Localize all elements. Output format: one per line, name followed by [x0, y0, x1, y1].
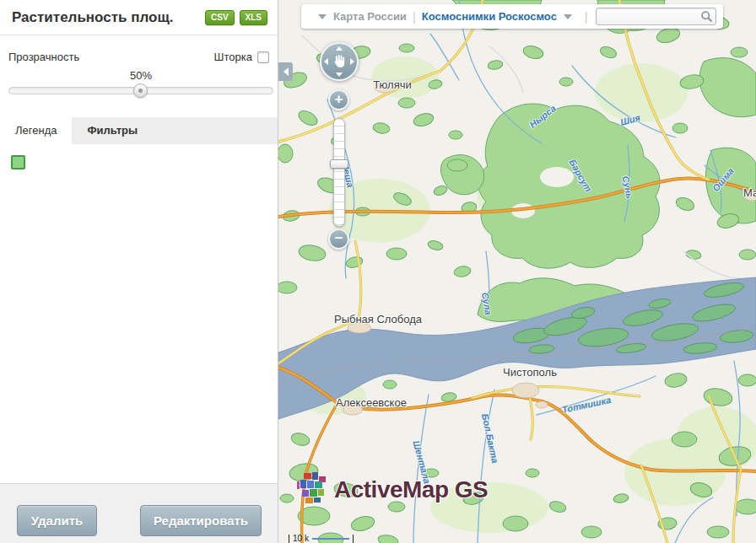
- pan-left-arrow-icon[interactable]: [324, 58, 328, 65]
- map-viewport[interactable]: МешаНырсаШияБәрсутСуньОшмаСулаШенталаБол…: [278, 0, 756, 543]
- sidebar-collapse-button[interactable]: [278, 62, 293, 81]
- zoom-out-button[interactable]: −: [328, 228, 349, 250]
- curtain-checkbox[interactable]: [257, 51, 269, 63]
- panel-tabs: Легенда Фильтры: [0, 117, 278, 144]
- opacity-label: Прозрачность: [8, 51, 79, 63]
- legend-swatch: [11, 155, 25, 169]
- panel-header: Растительность площ. CSV XLS: [0, 0, 278, 35]
- base-layer-option[interactable]: Карта России: [333, 10, 407, 23]
- scale-tick: [353, 535, 354, 543]
- opacity-value: 50%: [8, 69, 273, 82]
- pan-control[interactable]: [320, 42, 359, 81]
- zoom-slider-thumb[interactable]: [330, 159, 348, 169]
- legend-content: [0, 144, 278, 180]
- search-input[interactable]: [596, 8, 716, 25]
- opacity-slider[interactable]: [8, 87, 273, 94]
- opacity-slider-thumb[interactable]: [133, 83, 148, 98]
- delete-button[interactable]: Удалить: [17, 505, 97, 536]
- layer-panel: Растительность площ. CSV XLS Прозрачност…: [0, 0, 278, 543]
- map-canvas[interactable]: [278, 0, 756, 543]
- zoom-in-button[interactable]: +: [328, 89, 349, 110]
- scale-tick: [289, 535, 289, 543]
- chevron-down-icon[interactable]: [318, 14, 327, 19]
- opacity-section: Прозрачность Шторка 50%: [0, 35, 278, 94]
- chevron-down-icon[interactable]: [564, 14, 572, 19]
- hand-icon: [330, 52, 348, 74]
- map-scale-bar: 10 k: [289, 535, 354, 543]
- tab-filters[interactable]: Фильтры: [72, 117, 153, 144]
- panel-footer: Удалить Редактировать: [0, 483, 278, 543]
- pan-up-arrow-icon[interactable]: [336, 46, 343, 51]
- search-icon[interactable]: [700, 10, 713, 26]
- scale-text: 10 k: [293, 535, 309, 543]
- active-layer-option[interactable]: Космоснимки Роскосмос: [422, 10, 557, 23]
- divider: |: [413, 9, 416, 24]
- scale-line: [312, 538, 349, 540]
- pan-right-arrow-icon[interactable]: [350, 58, 354, 65]
- zoom-slider[interactable]: [333, 118, 345, 227]
- edit-button[interactable]: Редактировать: [140, 505, 262, 536]
- page-title: Растительность площ.: [12, 9, 174, 26]
- export-xls-button[interactable]: XLS: [240, 10, 267, 25]
- tab-legend[interactable]: Легенда: [0, 117, 72, 144]
- layer-switcher-bar: Карта России | Космоснимки Роскосмос |: [301, 4, 723, 29]
- divider: |: [585, 9, 588, 24]
- export-buttons: CSV XLS: [205, 9, 267, 25]
- export-csv-button[interactable]: CSV: [205, 10, 235, 25]
- curtain-label: Шторка: [214, 51, 252, 63]
